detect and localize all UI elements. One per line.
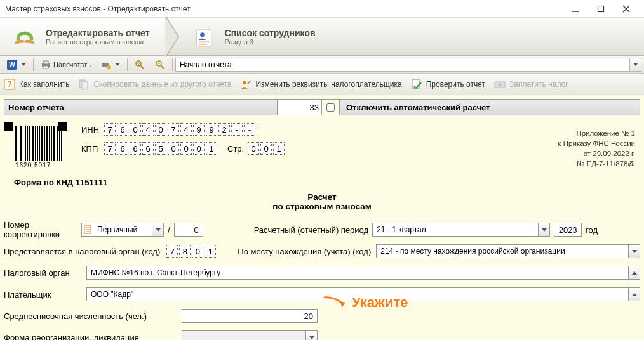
zoom-out-button[interactable] <box>151 58 170 72</box>
print-settings-button[interactable] <box>97 58 124 72</box>
kpp-cells[interactable]: 766650001 <box>104 142 218 155</box>
avg-headcount-input[interactable] <box>182 309 318 323</box>
tax-body-input[interactable]: МИФНС №16 по г. Санкт-Петербургу <box>86 266 640 280</box>
svg-text:W: W <box>9 62 15 69</box>
report-form: Номер отчета Отключить автоматический ра… <box>0 95 644 340</box>
page-cells[interactable]: 001 <box>248 142 286 155</box>
dropdown-icon[interactable] <box>538 223 549 236</box>
digit-cell[interactable]: 7 <box>104 142 116 155</box>
digit-cell[interactable]: 6 <box>117 123 128 136</box>
digit-cell[interactable]: 0 <box>155 123 166 136</box>
avg-headcount-label: Среднесписочная численность (чел.) <box>4 311 182 321</box>
location-value: 214 - по месту нахождения российской орг… <box>377 247 628 256</box>
location-select[interactable]: 214 - по месту нахождения российской орг… <box>376 244 640 258</box>
zoom-in-icon <box>135 60 145 70</box>
copy-button: Скопировать данные из другого отчета <box>78 79 231 90</box>
digit-cell[interactable]: 6 <box>117 142 128 155</box>
inn-cells[interactable]: 7604074992-- <box>104 123 257 136</box>
correction-type-select[interactable]: Первичный <box>81 223 164 237</box>
digit-cell[interactable]: 6 <box>130 142 141 155</box>
digit-cell[interactable]: 8 <box>179 245 191 258</box>
digit-cell[interactable]: 0 <box>180 142 192 155</box>
digit-cell[interactable]: 9 <box>206 123 217 136</box>
year-input[interactable] <box>554 223 582 237</box>
digit-cell[interactable]: 7 <box>104 123 116 136</box>
digit-cell[interactable]: 4 <box>142 123 154 136</box>
printer-icon <box>41 60 51 70</box>
print-label: Напечатать <box>53 61 91 69</box>
edit-taxpayer-label: Изменить реквизиты налогоплательщика <box>255 80 401 89</box>
word-icon: W <box>7 60 17 70</box>
section-combo[interactable] <box>175 58 641 72</box>
tax-office-cells[interactable]: 7801 <box>166 245 217 258</box>
annotation-callout: Укажите <box>323 294 408 311</box>
help-icon: ? <box>4 79 15 90</box>
digit-cell[interactable]: 4 <box>180 123 192 136</box>
svg-line-16 <box>140 65 144 69</box>
digit-cell[interactable]: 7 <box>168 123 179 136</box>
dropdown-icon[interactable] <box>152 223 163 236</box>
report-subtitle: по страховым взносам <box>4 202 640 211</box>
copy-label: Скопировать данные из другого отчета <box>93 80 231 89</box>
report-number-input[interactable] <box>278 100 322 115</box>
section-combo-dropdown[interactable] <box>630 58 641 72</box>
field-expand-button[interactable] <box>628 266 640 279</box>
zoom-in-button[interactable] <box>130 58 149 72</box>
tax-office-label: Представляется в налоговый орган (код) <box>4 247 160 256</box>
digit-cell[interactable]: 1 <box>205 245 216 258</box>
digit-cell[interactable]: 0 <box>130 123 141 136</box>
digit-cell[interactable]: - <box>231 123 243 136</box>
section-combo-input[interactable] <box>175 58 630 72</box>
period-label: Расчетный (отчетный) период <box>254 225 369 235</box>
digit-cell[interactable]: 0 <box>168 142 179 155</box>
pay-button: Заплатить налог <box>494 79 568 90</box>
digit-cell[interactable]: 1 <box>206 142 217 155</box>
help-button[interactable]: ? Как заполнить <box>4 79 69 90</box>
correction-number-input[interactable] <box>174 223 203 237</box>
word-export-button[interactable]: W <box>3 58 30 72</box>
person-card-icon <box>191 23 217 50</box>
digit-cell[interactable]: 0 <box>260 142 272 155</box>
report-title: Расчет <box>4 192 640 202</box>
digit-cell[interactable]: 9 <box>193 123 205 136</box>
correction-label: Номер корректировки <box>4 220 81 239</box>
digit-cell[interactable]: 0 <box>193 142 205 155</box>
digit-cell[interactable]: 6 <box>142 142 154 155</box>
wizard-step2-title: Список сотрудников <box>225 28 316 38</box>
wizard-steps: Отредактировать отчет Расчет по страховы… <box>0 18 644 56</box>
report-number-row: Номер отчета Отключить автоматический ра… <box>4 99 640 115</box>
maximize-button[interactable] <box>588 0 614 18</box>
wizard-step-employees[interactable]: Список сотрудников Раздел 3 <box>165 18 331 55</box>
dropdown-icon[interactable] <box>628 245 640 258</box>
toolbar-main: W Напечатать <box>0 56 644 74</box>
period-select[interactable]: 21 - 1 квартал <box>372 223 550 237</box>
minimize-button[interactable] <box>563 0 588 18</box>
field-expand-button[interactable] <box>628 288 640 301</box>
edit-taxpayer-button[interactable]: Изменить реквизиты налогоплательщика <box>240 79 401 90</box>
money-icon <box>494 79 506 90</box>
tax-body-label: Налоговый орган <box>4 268 86 278</box>
disable-auto-checkbox[interactable] <box>326 103 335 112</box>
check-button[interactable]: Проверить отчет <box>411 79 485 90</box>
digit-cell[interactable]: 1 <box>273 142 285 155</box>
digit-cell[interactable]: 7 <box>166 245 178 258</box>
svg-point-26 <box>243 81 246 84</box>
svg-rect-25 <box>82 82 88 89</box>
barcode: 1620 5017 <box>4 122 67 167</box>
check-label: Проверить отчет <box>426 80 485 89</box>
svg-line-20 <box>161 65 164 69</box>
digit-cell[interactable]: 2 <box>218 123 230 136</box>
digit-cell[interactable]: 0 <box>192 245 203 258</box>
print-button[interactable]: Напечатать <box>36 58 95 72</box>
inn-label: ИНН <box>81 125 104 134</box>
digit-cell[interactable]: 5 <box>155 142 166 155</box>
kpp-label: КПП <box>81 144 104 154</box>
wizard-step-edit-report[interactable]: Отредактировать отчет Расчет по страховы… <box>0 18 165 55</box>
dropdown-icon[interactable] <box>305 331 317 340</box>
digit-cell[interactable]: 0 <box>248 142 259 155</box>
payer-label: Плательщик <box>4 290 86 299</box>
digit-cell[interactable]: - <box>244 123 255 136</box>
close-button[interactable] <box>614 0 639 18</box>
reorg-select[interactable] <box>182 330 318 340</box>
disable-auto-label: Отключить автоматический расчет <box>340 100 640 115</box>
